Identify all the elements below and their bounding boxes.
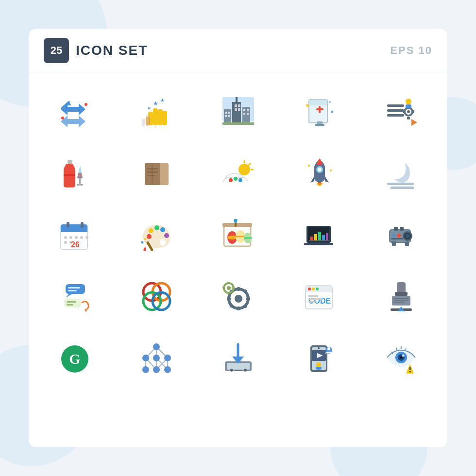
svg-line-230: [406, 348, 406, 350]
icon-cell-laptop[interactable]: [279, 204, 360, 266]
icon-cell-cloud[interactable]: [197, 143, 279, 204]
svg-point-80: [330, 170, 332, 171]
svg-rect-175: [308, 298, 323, 300]
icon-cell-plugin[interactable]: [279, 82, 360, 143]
icon-cell-palette[interactable]: [116, 204, 197, 266]
svg-rect-153: [237, 287, 240, 291]
icon-grid: ★ ★ ★: [29, 72, 447, 398]
svg-rect-20: [225, 115, 227, 117]
svg-rect-64: [147, 175, 155, 176]
svg-point-152: [235, 295, 242, 303]
svg-point-75: [234, 177, 238, 181]
svg-point-98: [160, 239, 166, 246]
svg-rect-21: [228, 115, 230, 117]
svg-text:★: ★: [153, 100, 158, 107]
svg-rect-58: [79, 178, 81, 185]
icon-cell-circles[interactable]: [116, 266, 197, 327]
icon-cell-calendar[interactable]: 26: [34, 204, 116, 266]
svg-text:★: ★: [160, 98, 165, 103]
icon-grammarly: G: [53, 336, 97, 379]
svg-rect-65: [152, 165, 153, 184]
svg-rect-39: [315, 124, 324, 126]
svg-point-136: [397, 234, 401, 238]
icon-settings: [379, 91, 423, 135]
icon-cell-code[interactable]: CODE: [279, 266, 360, 327]
svg-point-74: [229, 178, 233, 182]
svg-rect-56: [64, 174, 75, 176]
header: 25 ICON SET EPS 10: [29, 29, 447, 72]
svg-rect-174: [308, 295, 318, 297]
icon-video: [298, 336, 341, 379]
svg-rect-83: [391, 187, 414, 189]
svg-rect-26: [238, 108, 240, 111]
svg-rect-8: [158, 109, 163, 125]
svg-rect-176: [308, 301, 316, 303]
badge-number: 25: [44, 38, 69, 63]
svg-point-219: [327, 347, 330, 350]
svg-point-198: [142, 355, 149, 361]
icon-cell-network[interactable]: [116, 327, 197, 388]
icon-cell-toaster[interactable]: [360, 204, 442, 266]
icon-cell-wheel[interactable]: [197, 266, 279, 327]
svg-text:CODE: CODE: [308, 297, 331, 305]
svg-rect-19: [228, 112, 230, 114]
svg-point-200: [164, 355, 171, 361]
svg-point-215: [316, 362, 321, 367]
icon-cell-moon[interactable]: [360, 143, 442, 204]
svg-rect-32: [247, 113, 249, 115]
svg-rect-15: [146, 115, 149, 126]
svg-point-42: [329, 101, 331, 103]
svg-text:G: G: [69, 351, 80, 367]
icon-cell-notebook[interactable]: [116, 143, 197, 204]
icon-cell-eye[interactable]: [360, 327, 442, 388]
svg-point-172: [316, 288, 319, 290]
svg-rect-208: [235, 370, 242, 371]
svg-rect-134: [405, 241, 409, 246]
svg-marker-52: [411, 119, 417, 126]
icon-calendar: 26: [53, 213, 97, 257]
icon-cell-video[interactable]: [279, 327, 360, 388]
svg-point-103: [164, 233, 169, 238]
icon-cell-rocket[interactable]: [279, 143, 360, 204]
svg-rect-24: [238, 104, 240, 107]
svg-rect-31: [243, 113, 245, 115]
svg-point-47: [407, 110, 410, 113]
svg-rect-23: [235, 104, 237, 107]
icon-cell-drinks[interactable]: [34, 143, 116, 204]
icon-cell-grammarly[interactable]: G: [34, 327, 116, 388]
svg-rect-14: [142, 119, 145, 126]
icon-cell-magic[interactable]: ★ ★ ★: [116, 82, 197, 143]
svg-line-68: [249, 164, 250, 165]
svg-text:26: 26: [71, 240, 80, 249]
svg-rect-140: [68, 287, 80, 289]
svg-point-222: [400, 356, 403, 359]
svg-rect-43: [387, 104, 404, 107]
svg-point-91: [75, 236, 78, 239]
svg-rect-51: [412, 110, 414, 113]
icon-cell-chat[interactable]: [34, 266, 116, 327]
svg-rect-50: [403, 110, 406, 113]
svg-point-2: [61, 117, 64, 119]
svg-rect-178: [395, 292, 408, 296]
icon-chat: [53, 274, 97, 318]
svg-text:★: ★: [147, 106, 151, 110]
svg-rect-164: [227, 292, 229, 294]
icon-cell-download[interactable]: [197, 327, 279, 388]
svg-rect-138: [66, 284, 85, 294]
svg-point-81: [310, 174, 312, 176]
svg-point-102: [160, 227, 165, 232]
svg-rect-180: [394, 298, 408, 299]
svg-rect-49: [407, 117, 410, 119]
icon-cell-arrows[interactable]: [34, 82, 116, 143]
icon-cell-stamp[interactable]: [360, 266, 442, 327]
svg-rect-25: [235, 108, 237, 111]
icon-cell-settings[interactable]: [360, 82, 442, 143]
icon-toaster: [379, 213, 423, 257]
icon-cell-paint[interactable]: [197, 204, 279, 266]
icon-cell-city[interactable]: [197, 82, 279, 143]
svg-rect-144: [67, 301, 76, 303]
svg-rect-132: [400, 227, 404, 231]
svg-point-217: [318, 347, 320, 349]
icon-palette: [135, 213, 178, 257]
svg-rect-44: [387, 109, 404, 112]
